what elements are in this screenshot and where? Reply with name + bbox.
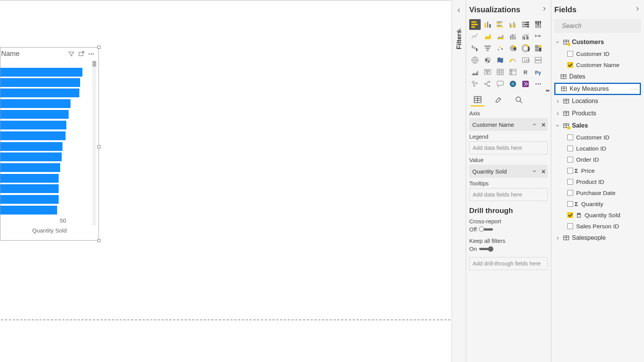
tooltips-well[interactable]: Add data fields here — [469, 188, 548, 201]
table-salespeople[interactable]: Salespeople — [554, 232, 641, 244]
field-customer-name[interactable]: Customer Name — [554, 59, 641, 70]
viz-kpi-icon[interactable] — [469, 67, 481, 77]
bar-5[interactable] — [0, 110, 69, 119]
checkbox[interactable] — [567, 51, 573, 57]
field-sales-location-id[interactable]: Location ID — [554, 143, 641, 154]
table-more-icon[interactable]: ⋯ — [631, 84, 640, 93]
value-well[interactable]: Quantity Sold × — [469, 165, 548, 178]
collapse-fields-chevron[interactable] — [634, 5, 641, 14]
viz-gauge-icon[interactable] — [507, 55, 519, 66]
viz-key-influencers-icon[interactable] — [469, 79, 481, 89]
bar-12[interactable] — [0, 184, 59, 193]
value-dropdown-chevron[interactable] — [532, 169, 537, 175]
table-customers[interactable]: Customers — [554, 36, 641, 48]
viz-arcgis-icon[interactable] — [507, 79, 519, 89]
viz-decomposition-tree-icon[interactable] — [482, 79, 493, 89]
fields-search-box[interactable] — [554, 19, 641, 33]
search-input[interactable] — [561, 22, 640, 30]
viz-line-clustered-column-icon[interactable] — [520, 31, 531, 42]
viz-r-visual-icon[interactable]: R — [520, 67, 531, 77]
bar-8[interactable] — [0, 142, 62, 151]
viz-matrix-icon[interactable] — [507, 67, 519, 77]
table-products[interactable]: Products — [554, 107, 641, 120]
table-locations[interactable]: Locations — [554, 95, 641, 107]
field-sales-purchase-date[interactable]: Purchase Date — [554, 187, 641, 198]
checkbox[interactable] — [567, 134, 573, 140]
viz-100-stacked-bar-icon[interactable] — [520, 19, 531, 30]
expand-filters-chevron[interactable] — [455, 7, 462, 15]
viz-donut-icon[interactable] — [520, 43, 531, 54]
checkbox[interactable] — [567, 168, 573, 174]
table-dates[interactable]: Dates — [554, 70, 641, 83]
viz-map-icon[interactable] — [469, 55, 481, 66]
table-sales[interactable]: Sales — [554, 120, 641, 132]
viz-multirow-card-icon[interactable] — [532, 55, 544, 66]
field-customer-id[interactable]: Customer ID — [554, 48, 641, 59]
field-sales-quantity[interactable]: Σ Quantity — [554, 198, 641, 210]
bar-3[interactable] — [0, 88, 79, 97]
checkbox[interactable] — [567, 146, 573, 151]
filters-label[interactable]: Filters — [455, 30, 463, 49]
viz-funnel-icon[interactable] — [482, 43, 493, 54]
bar-6[interactable] — [0, 121, 66, 129]
checkbox[interactable] — [567, 179, 573, 185]
viz-line-stacked-column-icon[interactable] — [507, 31, 519, 42]
axis-dropdown-chevron[interactable] — [532, 122, 537, 128]
drillthrough-well[interactable]: Add drill-through fields here — [469, 257, 548, 270]
checkbox[interactable] — [567, 212, 573, 218]
bar-11[interactable] — [0, 174, 59, 183]
viz-python-visual-icon[interactable]: Py — [532, 67, 544, 77]
fields-tab[interactable] — [471, 93, 485, 106]
value-remove-button[interactable]: × — [541, 168, 545, 176]
viz-stacked-bar-icon[interactable] — [469, 19, 481, 30]
bar-9[interactable] — [0, 152, 62, 161]
legend-well[interactable]: Add data fields here — [469, 141, 548, 154]
viz-stacked-column-icon[interactable] — [482, 19, 493, 30]
bar-14[interactable] — [0, 206, 57, 215]
filter-icon[interactable] — [66, 49, 76, 59]
keep-filters-toggle[interactable]: On — [469, 246, 493, 252]
axis-remove-button[interactable]: × — [541, 121, 545, 129]
checkbox[interactable] — [567, 190, 573, 196]
field-sales-product-id[interactable]: Product ID — [554, 176, 641, 187]
checkbox[interactable] — [567, 223, 573, 229]
table-key-measures[interactable]: Key Measures ⋯ — [554, 83, 641, 95]
viz-treemap-icon[interactable] — [532, 43, 544, 54]
viz-powerapps-icon[interactable] — [520, 79, 531, 89]
field-sales-person-id[interactable]: Sales Person ID — [554, 221, 641, 232]
viz-card-icon[interactable]: 123 — [520, 55, 531, 66]
viz-line-icon[interactable] — [469, 31, 481, 42]
viz-shape-map-icon[interactable] — [495, 55, 506, 66]
focus-mode-icon[interactable] — [76, 49, 86, 59]
analytics-tab[interactable] — [512, 93, 526, 106]
viz-scatter-icon[interactable] — [495, 43, 506, 54]
bar-chart-visual[interactable]: Name — [0, 47, 99, 241]
checkbox[interactable] — [567, 157, 573, 162]
viz-clustered-column-icon[interactable] — [507, 19, 519, 30]
more-options-icon[interactable] — [86, 49, 96, 59]
resize-handle-br[interactable] — [97, 239, 100, 242]
report-canvas[interactable]: Name — [0, 0, 451, 362]
viz-slicer-icon[interactable] — [482, 67, 493, 77]
viz-clustered-bar-icon[interactable] — [495, 19, 506, 30]
viz-qna-icon[interactable] — [495, 79, 506, 89]
axis-well[interactable]: Customer Name × — [469, 118, 548, 131]
field-sales-quantity-sold[interactable]: Quantity Sold — [554, 210, 641, 221]
viz-stacked-area-icon[interactable] — [495, 31, 506, 42]
collapse-viz-chevron[interactable] — [541, 5, 548, 14]
format-tab[interactable] — [491, 93, 505, 106]
bar-1[interactable] — [0, 68, 82, 77]
bar-4[interactable] — [0, 99, 71, 108]
bar-10[interactable] — [0, 163, 60, 172]
field-sales-customer-id[interactable]: Customer ID — [554, 132, 641, 143]
bar-2[interactable] — [0, 78, 80, 87]
cross-report-toggle[interactable]: Off — [469, 226, 493, 233]
viz-area-icon[interactable] — [482, 31, 493, 42]
resize-handle-tr[interactable] — [97, 46, 100, 49]
viz-table-icon[interactable] — [495, 67, 506, 77]
viz-pie-icon[interactable] — [507, 43, 519, 54]
field-sales-order-id[interactable]: Order ID — [554, 154, 641, 165]
viz-waterfall-icon[interactable] — [469, 43, 481, 54]
checkbox[interactable] — [567, 62, 573, 68]
viz-filled-map-icon[interactable] — [482, 55, 493, 66]
